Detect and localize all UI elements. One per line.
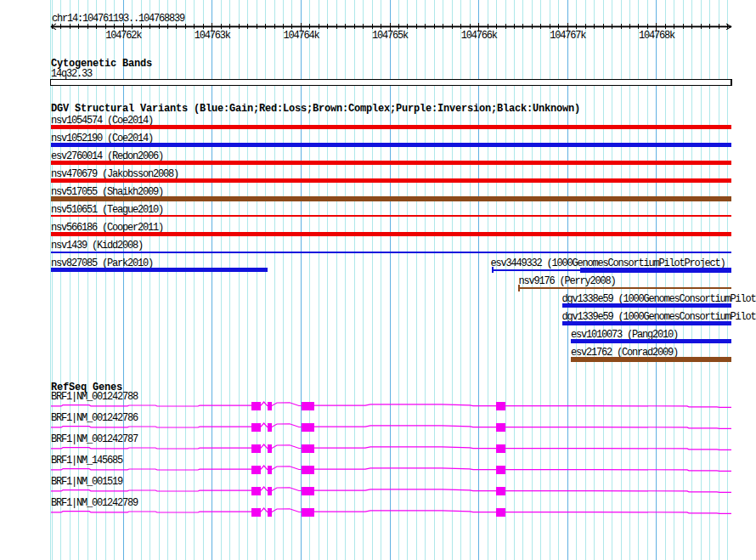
svg-text:chr14:104761193..104768839: chr14:104761193..104768839 xyxy=(52,13,185,25)
svg-text:104763k: 104763k xyxy=(195,30,231,42)
svg-text:104767k: 104767k xyxy=(550,30,586,42)
svg-text:esv21762 (Conrad2009): esv21762 (Conrad2009) xyxy=(571,347,678,359)
svg-text:104765k: 104765k xyxy=(372,30,409,42)
svg-text:BRF1|NM_001242788: BRF1|NM_001242788 xyxy=(51,391,138,403)
svg-text:nsv1052190 (Coe2014): nsv1052190 (Coe2014) xyxy=(51,133,153,144)
svg-text:nsv9176 (Perry2008): nsv9176 (Perry2008) xyxy=(519,275,616,287)
svg-text:nsv1054574 (Coe2014): nsv1054574 (Coe2014) xyxy=(51,115,153,127)
svg-text:104762k: 104762k xyxy=(105,30,142,42)
svg-text:esv2760014 (Redon2006): esv2760014 (Redon2006) xyxy=(51,150,163,162)
svg-text:nsv566186 (Cooper2011): nsv566186 (Cooper2011) xyxy=(51,222,163,234)
svg-text:dgv1338e59 (1000GenomesConsort: dgv1338e59 (1000GenomesConsortiumPilotPr… xyxy=(562,293,756,305)
svg-text:esv3449332 (1000GenomesConsort: esv3449332 (1000GenomesConsortiumPilotPr… xyxy=(491,257,725,269)
svg-text:104764k: 104764k xyxy=(283,30,319,42)
svg-text:nsv517055 (Shaikh2009): nsv517055 (Shaikh2009) xyxy=(51,186,163,198)
svg-text:DGV Structural Variants (Blue:: DGV Structural Variants (Blue:Gain;Red:L… xyxy=(51,103,580,115)
svg-text:BRF1|NM_145685: BRF1|NM_145685 xyxy=(51,455,123,467)
svg-text:nsv470679 (Jakobsson2008): nsv470679 (Jakobsson2008) xyxy=(51,168,178,180)
svg-text:esv1010073 (Pang2010): esv1010073 (Pang2010) xyxy=(571,329,678,341)
svg-text:BRF1|NM_001242789: BRF1|NM_001242789 xyxy=(51,497,138,509)
svg-text:14q32.33: 14q32.33 xyxy=(51,68,93,80)
svg-text:104768k: 104768k xyxy=(639,30,675,42)
svg-text:BRF1|NM_001242787: BRF1|NM_001242787 xyxy=(51,433,138,445)
svg-text:dgv1339e59 (1000GenomesConsort: dgv1339e59 (1000GenomesConsortiumPilotPr… xyxy=(562,311,756,323)
svg-text:104766k: 104766k xyxy=(461,30,498,42)
svg-text:nsv510651 (Teague2010): nsv510651 (Teague2010) xyxy=(51,204,163,216)
svg-text:nsv827085 (Park2010): nsv827085 (Park2010) xyxy=(51,257,153,269)
svg-text:BRF1|NM_001242786: BRF1|NM_001242786 xyxy=(51,412,138,424)
svg-text:BRF1|NM_001519: BRF1|NM_001519 xyxy=(51,476,123,488)
svg-text:nsv1439 (Kidd2008): nsv1439 (Kidd2008) xyxy=(51,240,143,252)
